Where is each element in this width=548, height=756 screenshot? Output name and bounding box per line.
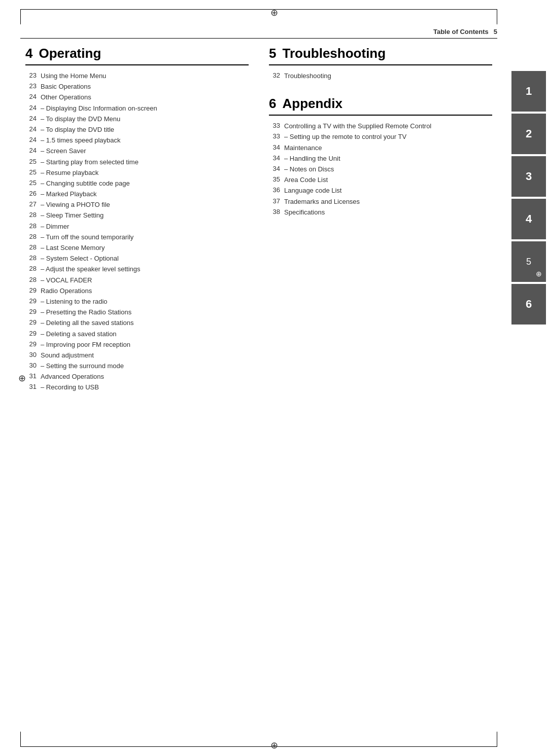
toc-entry-text: – Viewing a PHOTO file: [41, 200, 110, 209]
tab-6[interactable]: 6: [511, 284, 546, 325]
toc-entry: 24– Displaying Disc Information on-scree…: [25, 104, 249, 113]
toc-entry: 25– Resume playback: [25, 168, 249, 177]
troubleshooting-entries: 32Troubleshooting: [269, 71, 492, 81]
toc-entry: 24Other Operations: [25, 93, 249, 102]
header-page-number: 5: [494, 28, 497, 35]
toc-entry-text: – Dimmer: [41, 222, 69, 231]
tab-2[interactable]: 2: [511, 114, 546, 154]
toc-entry: 37Trademarks and Licenses: [269, 197, 492, 206]
toc-page-number: 28: [25, 211, 37, 219]
toc-page-number: 29: [25, 330, 37, 337]
toc-entry-text: – Notes on Discs: [284, 165, 334, 174]
toc-page-number: 31: [25, 383, 37, 390]
toc-entry-text: Advanced Operations: [41, 372, 104, 381]
operating-number: 4: [25, 46, 32, 61]
troubleshooting-heading: 5 Troubleshooting: [269, 46, 492, 61]
page-border-top: [20, 9, 497, 10]
toc-page-number: 28: [25, 222, 37, 230]
toc-page-number: 38: [269, 208, 280, 215]
toc-page-number: 34: [269, 165, 280, 172]
toc-entry-text: – Last Scene Memory: [41, 243, 105, 253]
toc-entry-text: – Turn off the sound temporarily: [41, 233, 133, 242]
main-content: 4 Operating 23Using the Home Menu23Basic…: [25, 46, 492, 392]
operating-entries: 23Using the Home Menu23Basic Operations2…: [25, 71, 249, 392]
toc-entry-text: – System Select - Optional: [41, 254, 119, 263]
troubleshooting-title: Troubleshooting: [282, 46, 386, 61]
tab-5-crosshair-icon: ⊕: [536, 270, 542, 278]
toc-entry: 30– Setting the surround mode: [25, 362, 249, 371]
toc-entry-text: – Setting up the remote to control your …: [284, 132, 406, 141]
toc-entry-text: – 1.5 times speed playback: [41, 136, 121, 145]
page-header: Table of Contents 5: [20, 28, 497, 39]
toc-page-number: 28: [25, 243, 37, 251]
operating-title: Operating: [39, 46, 101, 61]
toc-entry: 28– System Select - Optional: [25, 254, 249, 263]
toc-entry: 24– To display the DVD title: [25, 125, 249, 134]
toc-entry: 35Area Code List: [269, 175, 492, 185]
toc-entry: 27– Viewing a PHOTO file: [25, 200, 249, 209]
toc-entry: 24– 1.5 times speed playback: [25, 136, 249, 145]
toc-entry-text: Using the Home Menu: [41, 71, 106, 81]
toc-page-number: 34: [269, 154, 280, 162]
toc-entry-text: – Displaying Disc Information on-screen: [41, 104, 157, 113]
toc-entry: 26– Marked Playback: [25, 190, 249, 199]
toc-entry-text: – Improving poor FM reception: [41, 340, 130, 349]
toc-entry-text: Area Code List: [284, 175, 328, 185]
toc-entry: 23Using the Home Menu: [25, 71, 249, 81]
troubleshooting-section: 5 Troubleshooting 32Troubleshooting: [269, 46, 492, 81]
toc-entry-text: Language code List: [284, 186, 341, 195]
toc-entry-text: Sound adjustment: [41, 351, 94, 360]
tab-4[interactable]: 4: [511, 199, 546, 239]
toc-page-number: 36: [269, 186, 280, 194]
toc-page-number: 33: [269, 132, 280, 140]
appendix-number: 6: [269, 96, 276, 112]
toc-page-number: 28: [25, 233, 37, 240]
toc-entry: 24– Screen Saver: [25, 147, 249, 156]
toc-entry: 28– Dimmer: [25, 222, 249, 231]
toc-entry: 28– Last Scene Memory: [25, 243, 249, 253]
toc-entry: 29Radio Operations: [25, 286, 249, 296]
toc-page-number: 24: [25, 104, 37, 112]
toc-page-number: 24: [25, 115, 37, 122]
toc-page-number: 29: [25, 308, 37, 315]
toc-entry-text: – Setting the surround mode: [41, 362, 124, 371]
toc-entry: 25– Starting play from selected time: [25, 158, 249, 167]
toc-page-number: 24: [25, 125, 37, 133]
appendix-section: 6 Appendix 33Controlling a TV with the S…: [269, 96, 492, 217]
appendix-entries: 33Controlling a TV with the Supplied Rem…: [269, 122, 492, 217]
toc-entry-text: – To display the DVD Menu: [41, 115, 120, 124]
toc-entry: 29– Listening to the radio: [25, 297, 249, 306]
toc-entry-text: Specifications: [284, 208, 325, 217]
toc-page-number: 29: [25, 297, 37, 305]
appendix-title: Appendix: [282, 96, 342, 112]
toc-page-number: 25: [25, 168, 37, 176]
toc-entry-text: – Recording to USB: [41, 383, 99, 392]
toc-entry: 29– Deleting a saved station: [25, 330, 249, 339]
tab-4-label: 4: [526, 212, 532, 226]
toc-page-number: 24: [25, 93, 37, 100]
tab-3[interactable]: 3: [511, 156, 546, 197]
page-border-right-bottom: [497, 732, 497, 747]
crosshair-left-icon: ⊕: [18, 373, 26, 384]
operating-section: 4 Operating 23Using the Home Menu23Basic…: [25, 46, 249, 392]
tab-5[interactable]: 5 ⊕: [511, 241, 546, 282]
toc-entry: 31Advanced Operations: [25, 372, 249, 381]
page-border-left-bottom: [20, 732, 21, 747]
toc-entry: 29– Improving poor FM reception: [25, 340, 249, 349]
operating-divider: [25, 64, 249, 65]
tab-5-label: 5: [526, 257, 531, 267]
toc-entry-text: – Adjust the speaker level settings: [41, 265, 141, 274]
tab-1[interactable]: 1: [511, 71, 546, 112]
tab-1-label: 1: [526, 85, 532, 98]
toc-page-number: 23: [25, 71, 37, 79]
toc-entry: 34Maintenance: [269, 143, 492, 153]
toc-entry: 28– Sleep Timer Setting: [25, 211, 249, 220]
page-border-bottom: [20, 746, 497, 747]
tab-2-label: 2: [526, 127, 532, 140]
toc-entry: 29– Deleting all the saved stations: [25, 318, 249, 328]
toc-entry: 33– Setting up the remote to control you…: [269, 132, 492, 141]
operating-heading: 4 Operating: [25, 46, 249, 61]
toc-entry-text: Troubleshooting: [284, 71, 331, 81]
toc-page-number: 30: [25, 351, 37, 358]
toc-entry-text: – Handling the Unit: [284, 154, 340, 163]
